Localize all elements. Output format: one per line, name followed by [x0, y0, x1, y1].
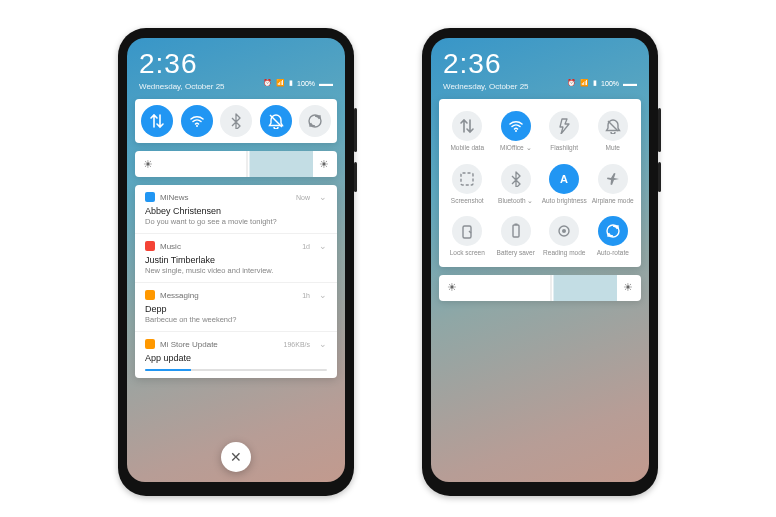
qs-item-autobright[interactable]: Auto brightness — [540, 164, 589, 205]
qs-label: Lock screen — [450, 250, 485, 257]
qs-item-reading[interactable]: Reading mode — [540, 216, 589, 257]
qs-item-rotate[interactable]: Auto-rotate — [589, 216, 638, 257]
qs-label: Flashlight — [550, 145, 578, 152]
notification-body: New single, music video and interview. — [145, 266, 327, 275]
app-icon — [145, 192, 155, 202]
qs-item-wifi[interactable]: MiOffice ⌄ — [492, 111, 541, 152]
clock: 2:36 — [443, 48, 529, 80]
autobright-toggle[interactable] — [549, 164, 579, 194]
qs-label: Mobile data — [450, 145, 484, 152]
chevron-down-icon[interactable]: ⌄ — [319, 192, 327, 202]
notification-time: 1h — [302, 292, 310, 299]
volume-rocker[interactable] — [658, 108, 661, 152]
notification-row[interactable]: Mi Store Update 196KB/s ⌄ App update — [135, 332, 337, 378]
app-icon — [145, 241, 155, 251]
shade-header: 2:36 Wednesday, October 25 ⏰ 📶 ▮ 100% ▬▬ — [431, 38, 649, 99]
qs-item-airplane[interactable]: Airplane mode — [589, 164, 638, 205]
bluetooth-toggle[interactable] — [501, 164, 531, 194]
brightness-high-icon: ☀ — [623, 281, 633, 294]
battery-icon: ▬▬ — [623, 80, 637, 87]
notification-body: Barbecue on the weekend? — [145, 315, 327, 324]
notification-time: Now — [296, 194, 310, 201]
volume-rocker[interactable] — [354, 108, 357, 152]
app-name: MiNews — [160, 193, 188, 202]
brightness-track[interactable] — [463, 275, 617, 301]
brightness-low-icon: ☀ — [447, 281, 457, 294]
battery-toggle[interactable] — [501, 216, 531, 246]
data-toggle[interactable] — [452, 111, 482, 141]
brightness-slider[interactable]: ☀ ☀ — [135, 151, 337, 177]
toggle-bluetooth[interactable] — [220, 105, 252, 137]
qs-label: Mute — [606, 145, 620, 152]
screenshot-toggle[interactable] — [452, 164, 482, 194]
qs-item-lock[interactable]: Lock screen — [443, 216, 492, 257]
qs-label: Reading mode — [543, 250, 585, 257]
clock: 2:36 — [139, 48, 225, 80]
power-button[interactable] — [354, 162, 357, 192]
chevron-down-icon[interactable]: ⌄ — [319, 339, 327, 349]
dismiss-all-button[interactable]: ✕ — [221, 442, 251, 472]
screen-left: 2:36 Wednesday, October 25 ⏰ 📶 ▮ 100% ▬▬… — [127, 38, 345, 482]
chevron-down-icon[interactable]: ⌄ — [319, 241, 327, 251]
qs-item-flashlight[interactable]: Flashlight — [540, 111, 589, 152]
notifications-panel: MiNews Now ⌄ Abbey ChristensenDo you wan… — [135, 185, 337, 378]
reading-toggle[interactable] — [549, 216, 579, 246]
app-name: Messaging — [160, 291, 199, 300]
toggle-wifi[interactable] — [181, 105, 213, 137]
toggle-rotate[interactable] — [299, 105, 331, 137]
qs-item-mute[interactable]: Mute — [589, 111, 638, 152]
status-icons: ⏰ 📶 ▮ 100% ▬▬ — [263, 79, 333, 87]
toggle-data[interactable] — [141, 105, 173, 137]
battery-pct: 100% — [297, 80, 315, 87]
wifi-status-icon: 📶 — [580, 79, 589, 87]
notification-title: Abbey Christensen — [145, 206, 327, 216]
qs-label: Airplane mode — [592, 198, 634, 205]
toggle-dnd[interactable] — [260, 105, 292, 137]
quick-settings-panel: Mobile data MiOffice ⌄ Flashlight Mute S… — [439, 99, 641, 267]
notification-title: Depp — [145, 304, 327, 314]
battery-icon: ▬▬ — [319, 80, 333, 87]
notification-row[interactable]: Music 1d ⌄ Justin TimberlakeNew single, … — [135, 234, 337, 283]
brightness-high-icon: ☀ — [319, 158, 329, 171]
mute-toggle[interactable] — [598, 111, 628, 141]
qs-label: Screenshot — [451, 198, 484, 205]
wifi-toggle[interactable] — [501, 111, 531, 141]
qs-item-screenshot[interactable]: Screenshot — [443, 164, 492, 205]
notification-row[interactable]: Messaging 1h ⌄ DeppBarbecue on the weeke… — [135, 283, 337, 332]
battery-pct: 100% — [601, 80, 619, 87]
qs-label: Bluetooth ⌄ — [498, 198, 533, 205]
notification-row[interactable]: MiNews Now ⌄ Abbey ChristensenDo you wan… — [135, 185, 337, 234]
brightness-slider[interactable]: ☀ ☀ — [439, 275, 641, 301]
shade-header: 2:36 Wednesday, October 25 ⏰ 📶 ▮ 100% ▬▬ — [127, 38, 345, 99]
notification-title: App update — [145, 353, 327, 363]
power-button[interactable] — [658, 162, 661, 192]
screen-right: 2:36 Wednesday, October 25 ⏰ 📶 ▮ 100% ▬▬… — [431, 38, 649, 482]
download-progress — [145, 369, 327, 371]
lock-toggle[interactable] — [452, 216, 482, 246]
notification-time: 196KB/s — [284, 341, 310, 348]
airplane-toggle[interactable] — [598, 164, 628, 194]
wifi-status-icon: 📶 — [276, 79, 285, 87]
qs-item-battery[interactable]: Battery saver — [492, 216, 541, 257]
qs-label: Battery saver — [497, 250, 535, 257]
status-icons: ⏰ 📶 ▮ 100% ▬▬ — [567, 79, 637, 87]
qs-item-bluetooth[interactable]: Bluetooth ⌄ — [492, 164, 541, 205]
brightness-low-icon: ☀ — [143, 158, 153, 171]
alarm-icon: ⏰ — [263, 79, 272, 87]
phone-collapsed: 2:36 Wednesday, October 25 ⏰ 📶 ▮ 100% ▬▬… — [118, 28, 354, 496]
qs-label: MiOffice ⌄ — [500, 145, 532, 152]
qs-item-data[interactable]: Mobile data — [443, 111, 492, 152]
signal-icon: ▮ — [289, 79, 293, 87]
phone-expanded: 2:36 Wednesday, October 25 ⏰ 📶 ▮ 100% ▬▬… — [422, 28, 658, 496]
rotate-toggle[interactable] — [598, 216, 628, 246]
app-name: Music — [160, 242, 181, 251]
brightness-track[interactable] — [159, 151, 313, 177]
qs-label: Auto brightness — [542, 198, 587, 205]
flashlight-toggle[interactable] — [549, 111, 579, 141]
notification-time: 1d — [302, 243, 310, 250]
alarm-icon: ⏰ — [567, 79, 576, 87]
app-icon — [145, 290, 155, 300]
chevron-down-icon[interactable]: ⌄ — [319, 290, 327, 300]
app-name: Mi Store Update — [160, 340, 218, 349]
app-icon — [145, 339, 155, 349]
